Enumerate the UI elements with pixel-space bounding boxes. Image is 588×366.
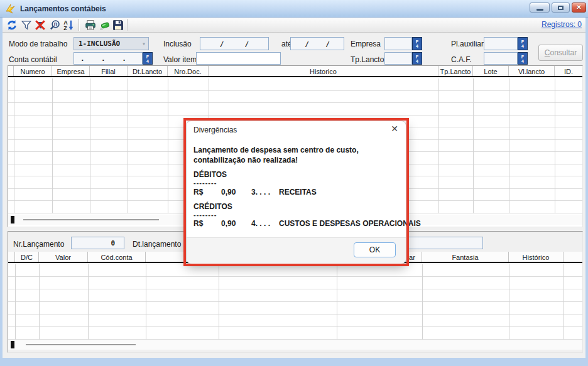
- gridline: [509, 264, 509, 340]
- credit-row: R$ 0,90 4. . . . CUSTOS E DESPESAS OPERA…: [193, 219, 421, 228]
- column-header-lote[interactable]: Lote: [473, 66, 509, 76]
- consultar-label: onsultar: [550, 48, 577, 57]
- tp-lancto-label: Tp.Lancto.: [351, 55, 386, 64]
- column-header-id[interactable]: ID.: [555, 66, 582, 76]
- minimize-button[interactable]: [530, 3, 550, 13]
- conta-contabil-f4-button[interactable]: F4: [143, 52, 153, 65]
- gridline: [422, 264, 423, 340]
- empresa-f4-button[interactable]: F4: [412, 37, 422, 50]
- inclusao-date-field[interactable]: / /: [200, 37, 269, 50]
- nr-lancamento-label: Nr.Lançamento: [13, 240, 64, 249]
- column-header-codconta[interactable]: Cód.conta: [88, 252, 146, 262]
- minimize-icon: [536, 9, 543, 11]
- gridline: [509, 78, 509, 213]
- toolbar: n A Z: [3, 18, 585, 33]
- pl-auxiliar-f4-button[interactable]: F4: [518, 37, 528, 50]
- gridline: [88, 264, 89, 340]
- nr-lancamento-field[interactable]: 0: [71, 237, 124, 249]
- caf-field[interactable]: [484, 52, 518, 65]
- column-header-fantasia[interactable]: Fantasia: [422, 252, 509, 262]
- debit-account: 3. . . .: [251, 188, 279, 196]
- column-header-historico[interactable]: Histórico: [509, 252, 564, 262]
- ate-date-field[interactable]: / /: [290, 37, 344, 50]
- app-icon: [5, 3, 16, 14]
- title-bar: Lançamentos contábeis ✕: [0, 0, 588, 18]
- print-icon[interactable]: [85, 19, 96, 31]
- column-header-historico[interactable]: Historico: [209, 66, 438, 76]
- gridline: [473, 78, 474, 213]
- scrollbar-track[interactable]: [26, 344, 136, 345]
- creditos-heading: CRÉDITOS: [193, 202, 232, 211]
- pl-auxiliar-field[interactable]: [484, 37, 518, 50]
- column-header-filial[interactable]: Filial: [90, 66, 128, 76]
- scrollbar-thumb[interactable]: [11, 341, 14, 348]
- debitos-separator: --------: [193, 179, 217, 186]
- f4-label: F4: [415, 55, 419, 63]
- gridline: [337, 264, 337, 340]
- valor-item-label: Valor item: [163, 55, 197, 64]
- table-row: [8, 277, 582, 289]
- column-header-nrodoc[interactable]: Nro.Doc.: [168, 66, 209, 76]
- close-button[interactable]: ✕: [572, 3, 586, 13]
- table-row: [8, 91, 582, 104]
- toolbar-separator: [79, 19, 79, 31]
- column-header-tplancto[interactable]: Tp.Lancto: [438, 66, 473, 76]
- caf-f4-button[interactable]: F4: [518, 52, 528, 65]
- save-icon[interactable]: [112, 19, 124, 31]
- clear-filter-icon[interactable]: [35, 19, 46, 31]
- empresa-field[interactable]: [384, 37, 412, 50]
- table-row: [8, 289, 582, 302]
- credit-account: 4. . . .: [251, 219, 279, 228]
- column-header-valor[interactable]: Valor: [39, 252, 88, 262]
- conta-contabil-field[interactable]: . . . . .: [74, 52, 143, 65]
- debit-description: RECEITAS: [279, 188, 317, 196]
- filter-icon[interactable]: [21, 19, 32, 31]
- empresa-label: Empresa: [351, 40, 381, 48]
- scrollbar-track[interactable]: [23, 219, 159, 220]
- window-title: Lançamentos contábeis: [20, 4, 106, 13]
- toolbar-separator: [127, 19, 128, 31]
- chevron-down-icon: ▾: [142, 40, 146, 47]
- column-header-numero[interactable]: Numero: [14, 66, 52, 76]
- gridline: [15, 264, 16, 340]
- dialog-close-icon[interactable]: ✕: [391, 124, 398, 134]
- sort-az-icon[interactable]: A Z: [63, 19, 74, 31]
- ok-button[interactable]: OK: [354, 242, 396, 257]
- gridline: [14, 78, 14, 213]
- refresh-icon[interactable]: [6, 19, 18, 31]
- column-header-vllancto[interactable]: Vl.lancto: [509, 66, 555, 76]
- tp-lancto-field[interactable]: [384, 52, 412, 65]
- row-indicator-header: [8, 66, 14, 76]
- scrollbar-thumb[interactable]: [11, 216, 14, 223]
- valor-item-field[interactable]: [196, 52, 281, 65]
- registros-link[interactable]: Registros: 0: [542, 20, 582, 29]
- clean-icon[interactable]: [99, 19, 111, 31]
- close-icon: ✕: [572, 4, 585, 11]
- gridline: [438, 78, 439, 213]
- gridline: [52, 78, 53, 213]
- modo-de-trabalho-select[interactable]: 1-INCLUSÃO ▾: [74, 37, 149, 50]
- maximize-icon: [558, 6, 564, 10]
- consultar-button[interactable]: Consultar: [538, 45, 583, 61]
- f4-label: F4: [521, 55, 525, 63]
- credit-value: 0,90: [221, 219, 251, 228]
- column-header-dtlancto[interactable]: Dt.Lancto: [128, 66, 168, 76]
- conta-contabil-label: Conta contábil: [9, 55, 57, 64]
- gridline: [39, 264, 40, 340]
- debit-currency: R$: [193, 188, 221, 196]
- gridline: [146, 264, 146, 340]
- debit-row: R$ 0,90 3. . . . RECEITAS: [193, 188, 317, 196]
- table-row: [8, 264, 582, 277]
- dialog-message: Lançamento de despesa sem centro de cust…: [193, 145, 403, 165]
- zoom-icon[interactable]: n: [50, 19, 61, 31]
- table-row: [8, 302, 582, 315]
- tp-lancto-f4-button[interactable]: F4: [412, 52, 422, 65]
- column-header-dc[interactable]: D/C: [15, 252, 39, 262]
- gridline: [219, 264, 219, 340]
- column-header-empresa[interactable]: Empresa: [52, 66, 90, 76]
- creditos-separator: --------: [193, 211, 217, 218]
- svg-text:Z: Z: [63, 25, 67, 31]
- maximize-button[interactable]: [552, 3, 570, 13]
- modo-de-trabalho-value: 1-INCLUSÃO: [79, 40, 120, 48]
- gridline: [90, 78, 90, 213]
